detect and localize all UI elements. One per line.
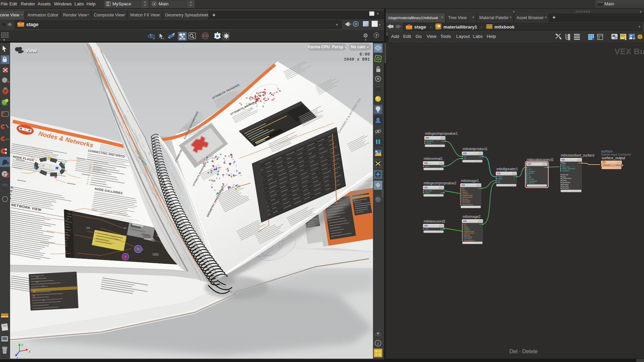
- svg-text:base_color: base_color: [562, 166, 570, 168]
- svg-text:file: file: [464, 224, 466, 225]
- svg-text:out: out: [514, 176, 516, 178]
- svg-text:mtlxcolorcorrect1: mtlxcolorcorrect1: [527, 158, 554, 162]
- svg-text:default: default: [463, 191, 468, 193]
- svg-text:in: in: [529, 167, 530, 168]
- svg-text:out: out: [544, 167, 546, 168]
- svg-text:geomprop: geomprop: [427, 140, 434, 142]
- svg-text:out: out: [442, 140, 444, 142]
- svg-text:metalness: metalness: [562, 170, 570, 172]
- svg-text:Geometry: Geometry: [562, 187, 570, 189]
- svg-text:out: out: [480, 156, 482, 158]
- svg-text:Emission: Emission: [562, 184, 569, 185]
- svg-text:frameendaction: frameendaction: [464, 240, 475, 241]
- svg-text:frameendaction: frameendaction: [463, 204, 473, 205]
- svg-text:lift: lift: [529, 174, 530, 176]
- svg-text:in2: in2: [498, 182, 500, 183]
- svg-text:out: out: [441, 228, 443, 230]
- svg-text:diffuse_roughness: diffuse_roughness: [562, 168, 575, 170]
- svg-text:mtlximage1: mtlximage1: [461, 179, 479, 183]
- svg-text:exposure: exposure: [529, 182, 535, 184]
- svg-text:frameoffset: frameoffset: [463, 202, 471, 203]
- svg-text:filtertype: filtertype: [463, 198, 469, 200]
- svg-text:out: out: [441, 192, 443, 194]
- svg-text:base: base: [562, 164, 566, 166]
- svg-text:layer: layer: [464, 225, 468, 227]
- svg-text:default: default: [427, 142, 432, 144]
- svg-text:y: y: [21, 343, 23, 347]
- svg-text:vaddressmode: vaddressmode: [463, 196, 473, 198]
- svg-text:mtlxnormal1: mtlxnormal1: [424, 157, 443, 161]
- svg-text:mtlxifgreater1: mtlxifgreater1: [496, 167, 518, 171]
- svg-text:contrastpivot: contrastpivot: [529, 180, 538, 182]
- svg-text:mtlxgeompropvalue1: mtlxgeompropvalue1: [425, 131, 458, 135]
- svg-text:default: default: [464, 227, 469, 229]
- svg-text:value2: value2: [498, 178, 503, 180]
- svg-text:gain: gain: [529, 176, 532, 178]
- svg-text:framerange: framerange: [464, 236, 472, 238]
- svg-text:texcoord: texcoord: [463, 193, 469, 195]
- svg-text:index: index: [425, 228, 429, 230]
- svg-text:Sheen: Sheen: [562, 180, 567, 181]
- svg-text:file: file: [463, 188, 465, 189]
- svg-text:surface: surface: [615, 164, 621, 166]
- svg-text:mtlxgeompropvalue2: mtlxgeompropvalue2: [424, 181, 457, 185]
- svg-text:vaddressmode: vaddressmode: [464, 232, 475, 234]
- svg-text:hue: hue: [529, 169, 531, 170]
- svg-text:in1: in1: [464, 156, 467, 158]
- svg-text:geomprop: geomprop: [425, 190, 432, 192]
- svg-text:mtlxdotproduct1: mtlxdotproduct1: [463, 147, 488, 151]
- svg-text:frameoffset: frameoffset: [464, 238, 472, 239]
- svg-text:in2: in2: [464, 158, 467, 160]
- svg-text:Coat: Coat: [562, 176, 566, 178]
- svg-text:in1: in1: [498, 180, 500, 182]
- svg-text:Specular: Specular: [562, 174, 569, 176]
- svg-text:Base: Base: [562, 162, 566, 164]
- svg-text:uaddressmode: uaddressmode: [463, 195, 473, 196]
- svg-text:mtlxtexcoord1: mtlxtexcoord1: [424, 219, 446, 223]
- svg-text:gamma: gamma: [529, 172, 534, 174]
- svg-text:Thin Film: Thin Film: [562, 186, 569, 187]
- svg-text:value1: value1: [498, 176, 503, 178]
- svg-text:layer: layer: [463, 189, 466, 191]
- svg-text:saturation: saturation: [529, 171, 536, 172]
- svg-text:mtlximage2: mtlximage2: [463, 215, 481, 219]
- svg-text:texcoord: texcoord: [464, 229, 470, 231]
- svg-text:default: default: [425, 192, 430, 194]
- svg-text:mtlxstandard_surface: mtlxstandard_surface: [561, 153, 595, 157]
- svg-text:filtertype: filtertype: [464, 234, 470, 236]
- svg-text:out: out: [478, 188, 480, 189]
- svg-text:framerange: framerange: [463, 200, 471, 202]
- svg-text:suboutput: suboutput: [603, 164, 610, 166]
- svg-text:x: x: [29, 350, 31, 353]
- svg-text:i: i: [377, 341, 379, 346]
- svg-text:Transmission: Transmission: [562, 178, 572, 179]
- svg-text:space: space: [425, 166, 430, 167]
- svg-text:out: out: [480, 224, 482, 225]
- svg-text:Subsurface: Subsurface: [562, 182, 571, 183]
- svg-text:surface_output: surface_output: [602, 156, 625, 160]
- svg-text:out: out: [579, 162, 581, 164]
- svg-text:contrast: contrast: [529, 178, 534, 180]
- svg-text:out: out: [441, 166, 443, 167]
- svg-text:uaddressmode: uaddressmode: [464, 231, 475, 232]
